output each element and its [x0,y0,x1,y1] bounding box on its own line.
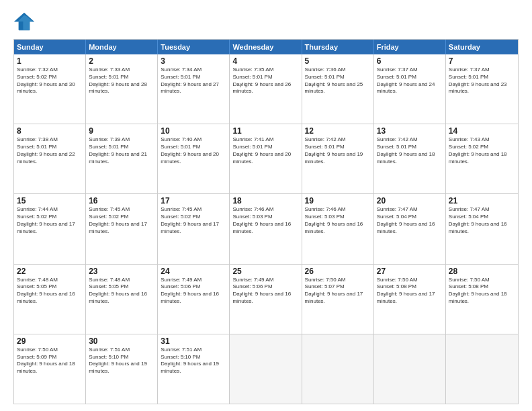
calendar-day-5: 5Sunrise: 7:36 AMSunset: 5:01 PMDaylight… [302,54,374,124]
day-number: 17 [161,196,226,205]
calendar-day-empty [230,334,302,404]
day-number: 11 [232,126,298,136]
day-number: 23 [89,267,154,276]
calendar-week-5: 29Sunrise: 7:50 AMSunset: 5:09 PMDayligh… [14,334,518,404]
day-info: Sunrise: 7:46 AMSunset: 5:03 PMDaylight:… [305,206,371,235]
day-number: 16 [89,196,154,205]
calendar-day-empty [302,334,374,404]
calendar-day-6: 6Sunrise: 7:37 AMSunset: 5:01 PMDaylight… [374,54,446,124]
calendar-day-24: 24Sunrise: 7:49 AMSunset: 5:06 PMDayligh… [158,265,230,334]
day-info: Sunrise: 7:50 AMSunset: 5:07 PMDaylight:… [305,277,371,306]
calendar-week-4: 22Sunrise: 7:48 AMSunset: 5:05 PMDayligh… [14,264,518,334]
day-header-thursday: Thursday [302,40,374,54]
calendar-day-25: 25Sunrise: 7:49 AMSunset: 5:06 PMDayligh… [230,265,302,334]
calendar-day-4: 4Sunrise: 7:35 AMSunset: 5:01 PMDaylight… [230,54,302,124]
calendar-day-22: 22Sunrise: 7:48 AMSunset: 5:05 PMDayligh… [14,265,86,334]
day-number: 19 [305,196,371,205]
day-number: 31 [161,336,226,346]
day-number: 27 [377,267,443,276]
day-info: Sunrise: 7:32 AMSunset: 5:02 PMDaylight:… [17,66,83,95]
day-number: 26 [305,267,371,276]
day-info: Sunrise: 7:46 AMSunset: 5:03 PMDaylight:… [232,206,298,235]
day-info: Sunrise: 7:42 AMSunset: 5:01 PMDaylight:… [305,136,371,165]
calendar-day-23: 23Sunrise: 7:48 AMSunset: 5:05 PMDayligh… [86,265,158,334]
day-number: 14 [449,126,515,136]
day-number: 7 [449,56,515,66]
day-number: 25 [232,267,298,276]
calendar-day-30: 30Sunrise: 7:51 AMSunset: 5:10 PMDayligh… [86,334,158,404]
day-number: 9 [89,126,154,136]
day-info: Sunrise: 7:33 AMSunset: 5:01 PMDaylight:… [89,66,154,95]
day-number: 15 [17,196,83,205]
day-info: Sunrise: 7:35 AMSunset: 5:01 PMDaylight:… [232,66,298,95]
day-number: 8 [17,126,83,136]
day-number: 24 [161,267,226,276]
day-info: Sunrise: 7:50 AMSunset: 5:08 PMDaylight:… [449,277,515,306]
day-info: Sunrise: 7:36 AMSunset: 5:01 PMDaylight:… [305,66,371,95]
calendar-day-8: 8Sunrise: 7:38 AMSunset: 5:01 PMDaylight… [14,124,86,193]
day-number: 22 [17,267,83,276]
day-info: Sunrise: 7:45 AMSunset: 5:02 PMDaylight:… [161,206,226,235]
day-info: Sunrise: 7:51 AMSunset: 5:10 PMDaylight:… [89,347,154,375]
day-number: 3 [161,56,226,66]
calendar-day-1: 1Sunrise: 7:32 AMSunset: 5:02 PMDaylight… [14,54,86,124]
day-header-monday: Monday [86,40,158,54]
day-number: 18 [232,196,298,205]
calendar-week-2: 8Sunrise: 7:38 AMSunset: 5:01 PMDaylight… [14,124,518,193]
calendar-day-9: 9Sunrise: 7:39 AMSunset: 5:01 PMDaylight… [86,124,158,193]
day-info: Sunrise: 7:50 AMSunset: 5:09 PMDaylight:… [17,347,83,375]
calendar-day-11: 11Sunrise: 7:41 AMSunset: 5:01 PMDayligh… [230,124,302,193]
day-info: Sunrise: 7:34 AMSunset: 5:01 PMDaylight:… [161,66,226,95]
calendar-day-15: 15Sunrise: 7:44 AMSunset: 5:02 PMDayligh… [14,194,86,263]
calendar-day-27: 27Sunrise: 7:50 AMSunset: 5:08 PMDayligh… [374,265,446,334]
day-number: 4 [232,56,298,66]
calendar-day-29: 29Sunrise: 7:50 AMSunset: 5:09 PMDayligh… [14,334,86,404]
day-info: Sunrise: 7:50 AMSunset: 5:08 PMDaylight:… [377,277,443,306]
day-info: Sunrise: 7:41 AMSunset: 5:01 PMDaylight:… [232,136,298,165]
day-info: Sunrise: 7:49 AMSunset: 5:06 PMDaylight:… [161,277,226,306]
calendar-day-18: 18Sunrise: 7:46 AMSunset: 5:03 PMDayligh… [230,194,302,263]
calendar-day-19: 19Sunrise: 7:46 AMSunset: 5:03 PMDayligh… [302,194,374,263]
calendar-day-31: 31Sunrise: 7:51 AMSunset: 5:10 PMDayligh… [158,334,230,404]
calendar-day-3: 3Sunrise: 7:34 AMSunset: 5:01 PMDaylight… [158,54,230,124]
day-number: 29 [17,336,83,346]
day-info: Sunrise: 7:38 AMSunset: 5:01 PMDaylight:… [17,136,83,165]
calendar-day-21: 21Sunrise: 7:47 AMSunset: 5:04 PMDayligh… [446,194,518,263]
day-info: Sunrise: 7:39 AMSunset: 5:01 PMDaylight:… [89,136,154,165]
day-info: Sunrise: 7:43 AMSunset: 5:02 PMDaylight:… [449,136,515,165]
calendar-week-3: 15Sunrise: 7:44 AMSunset: 5:02 PMDayligh… [14,193,518,263]
logo [13,11,38,32]
day-info: Sunrise: 7:42 AMSunset: 5:01 PMDaylight:… [377,136,443,165]
day-number: 21 [449,196,515,205]
day-number: 20 [377,196,443,205]
day-info: Sunrise: 7:40 AMSunset: 5:01 PMDaylight:… [161,136,226,165]
calendar-day-7: 7Sunrise: 7:37 AMSunset: 5:01 PMDaylight… [446,54,518,124]
day-header-sunday: Sunday [14,40,86,54]
calendar-day-10: 10Sunrise: 7:40 AMSunset: 5:01 PMDayligh… [158,124,230,193]
calendar-day-17: 17Sunrise: 7:45 AMSunset: 5:02 PMDayligh… [158,194,230,263]
calendar-day-20: 20Sunrise: 7:47 AMSunset: 5:04 PMDayligh… [374,194,446,263]
day-number: 10 [161,126,226,136]
calendar: SundayMondayTuesdayWednesdayThursdayFrid… [13,39,519,404]
calendar-day-13: 13Sunrise: 7:42 AMSunset: 5:01 PMDayligh… [374,124,446,193]
day-number: 13 [377,126,443,136]
day-info: Sunrise: 7:37 AMSunset: 5:01 PMDaylight:… [449,66,515,95]
day-info: Sunrise: 7:44 AMSunset: 5:02 PMDaylight:… [17,206,83,235]
calendar-body: 1Sunrise: 7:32 AMSunset: 5:02 PMDaylight… [14,54,518,404]
day-info: Sunrise: 7:49 AMSunset: 5:06 PMDaylight:… [232,277,298,306]
day-number: 6 [377,56,443,66]
day-info: Sunrise: 7:48 AMSunset: 5:05 PMDaylight:… [17,277,83,306]
calendar-day-empty [446,334,518,404]
day-header-tuesday: Tuesday [158,40,230,54]
calendar-header: SundayMondayTuesdayWednesdayThursdayFrid… [14,40,518,54]
day-number: 2 [89,56,154,66]
day-header-saturday: Saturday [446,40,518,54]
calendar-day-2: 2Sunrise: 7:33 AMSunset: 5:01 PMDaylight… [86,54,158,124]
calendar-week-1: 1Sunrise: 7:32 AMSunset: 5:02 PMDaylight… [14,54,518,124]
calendar-day-empty [374,334,446,404]
calendar-day-12: 12Sunrise: 7:42 AMSunset: 5:01 PMDayligh… [302,124,374,193]
calendar-day-14: 14Sunrise: 7:43 AMSunset: 5:02 PMDayligh… [446,124,518,193]
day-number: 1 [17,56,83,66]
day-number: 28 [449,267,515,276]
day-header-wednesday: Wednesday [230,40,302,54]
